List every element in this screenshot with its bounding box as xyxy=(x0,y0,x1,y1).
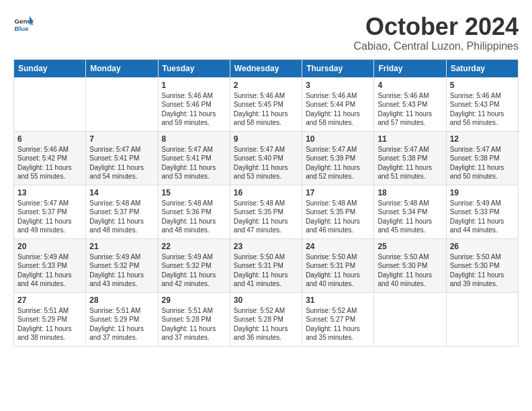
day-number: 7 xyxy=(89,134,154,144)
day-detail: Sunrise: 5:46 AMSunset: 5:45 PMDaylight:… xyxy=(234,91,298,128)
page-header: General Blue October 2024 Cabiao, Centra… xyxy=(13,13,519,52)
calendar-day-cell: 10Sunrise: 5:47 AMSunset: 5:39 PMDayligh… xyxy=(302,131,374,185)
day-detail: Sunrise: 5:49 AMSunset: 5:33 PMDaylight:… xyxy=(450,199,515,235)
day-detail: Sunrise: 5:49 AMSunset: 5:32 PMDaylight:… xyxy=(162,253,226,289)
location: Cabiao, Central Luzon, Philippines xyxy=(354,40,519,52)
calendar-day-cell xyxy=(14,77,86,131)
day-number: 18 xyxy=(378,188,442,197)
title-block: October 2024 Cabiao, Central Luzon, Phil… xyxy=(354,13,519,52)
calendar-day-cell: 13Sunrise: 5:47 AMSunset: 5:37 PMDayligh… xyxy=(14,185,86,238)
day-number: 14 xyxy=(89,188,154,197)
calendar-week-row: 1Sunrise: 5:46 AMSunset: 5:46 PMDaylight… xyxy=(14,77,519,131)
day-detail: Sunrise: 5:50 AMSunset: 5:30 PMDaylight:… xyxy=(378,253,442,289)
day-detail: Sunrise: 5:48 AMSunset: 5:34 PMDaylight:… xyxy=(378,199,442,235)
calendar-day-cell xyxy=(446,292,518,346)
day-detail: Sunrise: 5:51 AMSunset: 5:29 PMDaylight:… xyxy=(17,306,82,342)
day-number: 5 xyxy=(450,81,515,90)
day-number: 24 xyxy=(306,242,370,251)
day-detail: Sunrise: 5:49 AMSunset: 5:33 PMDaylight:… xyxy=(17,253,82,289)
day-number: 28 xyxy=(89,295,154,305)
day-detail: Sunrise: 5:49 AMSunset: 5:32 PMDaylight:… xyxy=(89,253,154,289)
calendar-day-cell: 2Sunrise: 5:46 AMSunset: 5:45 PMDaylight… xyxy=(230,77,302,131)
day-number: 6 xyxy=(17,134,82,144)
calendar-day-cell: 12Sunrise: 5:47 AMSunset: 5:38 PMDayligh… xyxy=(446,131,518,185)
calendar-day-cell: 21Sunrise: 5:49 AMSunset: 5:32 PMDayligh… xyxy=(86,238,158,292)
day-number: 21 xyxy=(89,242,154,251)
day-detail: Sunrise: 5:47 AMSunset: 5:40 PMDaylight:… xyxy=(234,145,298,181)
day-number: 26 xyxy=(450,242,515,251)
weekday-header: Thursday xyxy=(302,59,374,77)
weekday-header: Sunday xyxy=(14,59,86,77)
day-number: 2 xyxy=(234,81,298,90)
month-title: October 2024 xyxy=(354,13,519,40)
weekday-header: Tuesday xyxy=(158,59,230,77)
day-detail: Sunrise: 5:46 AMSunset: 5:43 PMDaylight:… xyxy=(378,91,442,128)
calendar-day-cell: 18Sunrise: 5:48 AMSunset: 5:34 PMDayligh… xyxy=(374,185,446,238)
logo-icon: General Blue xyxy=(13,13,34,34)
day-detail: Sunrise: 5:50 AMSunset: 5:30 PMDaylight:… xyxy=(450,253,515,289)
day-number: 20 xyxy=(17,242,82,251)
day-detail: Sunrise: 5:50 AMSunset: 5:31 PMDaylight:… xyxy=(306,253,370,289)
calendar-day-cell: 19Sunrise: 5:49 AMSunset: 5:33 PMDayligh… xyxy=(446,185,518,238)
calendar-day-cell: 22Sunrise: 5:49 AMSunset: 5:32 PMDayligh… xyxy=(158,238,230,292)
calendar-day-cell xyxy=(374,292,446,346)
day-detail: Sunrise: 5:51 AMSunset: 5:29 PMDaylight:… xyxy=(89,306,154,342)
day-number: 19 xyxy=(450,188,515,197)
calendar-day-cell: 14Sunrise: 5:48 AMSunset: 5:37 PMDayligh… xyxy=(86,185,158,238)
weekday-header: Monday xyxy=(86,59,158,77)
calendar-day-cell: 9Sunrise: 5:47 AMSunset: 5:40 PMDaylight… xyxy=(230,131,302,185)
day-detail: Sunrise: 5:46 AMSunset: 5:43 PMDaylight:… xyxy=(450,91,515,128)
day-number: 3 xyxy=(306,81,370,90)
day-number: 29 xyxy=(162,295,226,305)
day-detail: Sunrise: 5:48 AMSunset: 5:35 PMDaylight:… xyxy=(306,199,370,235)
day-number: 30 xyxy=(234,295,298,305)
calendar-day-cell: 25Sunrise: 5:50 AMSunset: 5:30 PMDayligh… xyxy=(374,238,446,292)
calendar-week-row: 13Sunrise: 5:47 AMSunset: 5:37 PMDayligh… xyxy=(14,185,519,238)
day-detail: Sunrise: 5:47 AMSunset: 5:38 PMDaylight:… xyxy=(450,145,515,181)
calendar-day-cell: 28Sunrise: 5:51 AMSunset: 5:29 PMDayligh… xyxy=(86,292,158,346)
calendar-day-cell: 20Sunrise: 5:49 AMSunset: 5:33 PMDayligh… xyxy=(14,238,86,292)
day-detail: Sunrise: 5:47 AMSunset: 5:39 PMDaylight:… xyxy=(306,145,370,181)
day-detail: Sunrise: 5:52 AMSunset: 5:27 PMDaylight:… xyxy=(306,306,370,342)
weekday-header: Saturday xyxy=(446,59,518,77)
day-number: 4 xyxy=(378,81,442,90)
day-number: 16 xyxy=(234,188,298,197)
day-number: 11 xyxy=(378,134,442,144)
calendar-week-row: 20Sunrise: 5:49 AMSunset: 5:33 PMDayligh… xyxy=(14,238,519,292)
calendar-day-cell: 3Sunrise: 5:46 AMSunset: 5:44 PMDaylight… xyxy=(302,77,374,131)
calendar-table: SundayMondayTuesdayWednesdayThursdayFrid… xyxy=(13,59,519,347)
day-number: 13 xyxy=(17,188,82,197)
calendar-day-cell: 17Sunrise: 5:48 AMSunset: 5:35 PMDayligh… xyxy=(302,185,374,238)
logo: General Blue xyxy=(13,13,34,34)
weekday-header-row: SundayMondayTuesdayWednesdayThursdayFrid… xyxy=(14,59,519,77)
calendar-day-cell: 31Sunrise: 5:52 AMSunset: 5:27 PMDayligh… xyxy=(302,292,374,346)
day-number: 10 xyxy=(306,134,370,144)
calendar-day-cell: 23Sunrise: 5:50 AMSunset: 5:31 PMDayligh… xyxy=(230,238,302,292)
day-detail: Sunrise: 5:48 AMSunset: 5:36 PMDaylight:… xyxy=(162,199,226,235)
calendar-day-cell: 1Sunrise: 5:46 AMSunset: 5:46 PMDaylight… xyxy=(158,77,230,131)
weekday-header: Friday xyxy=(374,59,446,77)
day-detail: Sunrise: 5:47 AMSunset: 5:41 PMDaylight:… xyxy=(89,145,154,181)
calendar-day-cell: 4Sunrise: 5:46 AMSunset: 5:43 PMDaylight… xyxy=(374,77,446,131)
calendar-day-cell: 16Sunrise: 5:48 AMSunset: 5:35 PMDayligh… xyxy=(230,185,302,238)
day-detail: Sunrise: 5:47 AMSunset: 5:38 PMDaylight:… xyxy=(378,145,442,181)
day-number: 22 xyxy=(162,242,226,251)
day-detail: Sunrise: 5:52 AMSunset: 5:28 PMDaylight:… xyxy=(234,306,298,342)
calendar-day-cell: 27Sunrise: 5:51 AMSunset: 5:29 PMDayligh… xyxy=(14,292,86,346)
day-detail: Sunrise: 5:46 AMSunset: 5:46 PMDaylight:… xyxy=(162,91,226,128)
day-number: 1 xyxy=(162,81,226,90)
calendar-day-cell: 15Sunrise: 5:48 AMSunset: 5:36 PMDayligh… xyxy=(158,185,230,238)
day-number: 15 xyxy=(162,188,226,197)
day-number: 23 xyxy=(234,242,298,251)
day-detail: Sunrise: 5:47 AMSunset: 5:37 PMDaylight:… xyxy=(17,199,82,235)
calendar-day-cell: 8Sunrise: 5:47 AMSunset: 5:41 PMDaylight… xyxy=(158,131,230,185)
day-number: 17 xyxy=(306,188,370,197)
day-detail: Sunrise: 5:47 AMSunset: 5:41 PMDaylight:… xyxy=(162,145,226,181)
calendar-day-cell: 30Sunrise: 5:52 AMSunset: 5:28 PMDayligh… xyxy=(230,292,302,346)
calendar-week-row: 6Sunrise: 5:46 AMSunset: 5:42 PMDaylight… xyxy=(14,131,519,185)
day-detail: Sunrise: 5:46 AMSunset: 5:44 PMDaylight:… xyxy=(306,91,370,128)
calendar-day-cell: 6Sunrise: 5:46 AMSunset: 5:42 PMDaylight… xyxy=(14,131,86,185)
weekday-header: Wednesday xyxy=(230,59,302,77)
calendar-day-cell: 5Sunrise: 5:46 AMSunset: 5:43 PMDaylight… xyxy=(446,77,518,131)
calendar-day-cell: 11Sunrise: 5:47 AMSunset: 5:38 PMDayligh… xyxy=(374,131,446,185)
